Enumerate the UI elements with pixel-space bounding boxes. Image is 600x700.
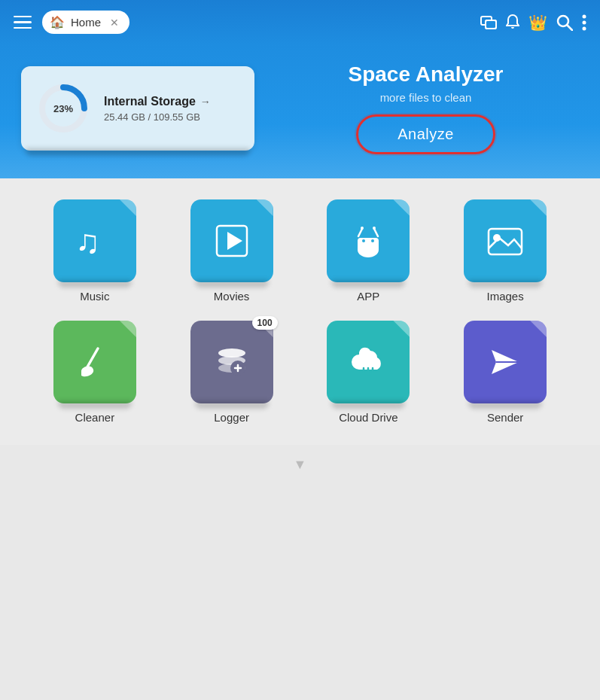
app-label-sender: Sender — [487, 411, 523, 424]
svg-rect-14 — [358, 238, 379, 251]
svg-point-19 — [361, 227, 364, 230]
app-icon-movies — [190, 199, 273, 282]
badge-logger: 100 — [252, 316, 278, 330]
app-label-images: Images — [487, 290, 524, 303]
chat-icon[interactable] — [480, 16, 497, 29]
crown-icon[interactable]: 👑 — [528, 14, 547, 32]
bottom-indicator: ▼ — [0, 445, 600, 479]
svg-text:♫: ♫ — [75, 223, 100, 260]
notification-icon[interactable] — [506, 14, 519, 31]
storage-info: Internal Storage → 25.44 GB / 109.55 GB — [104, 95, 211, 123]
banner-right: Space Analyzer more files to clean Analy… — [273, 62, 579, 154]
app-item-clouddrive[interactable]: Cloud Drive — [304, 321, 434, 424]
icon-inner-app — [349, 221, 388, 260]
app-label-app: APP — [357, 290, 379, 303]
svg-point-16 — [371, 239, 374, 242]
svg-point-6 — [583, 20, 586, 24]
app-label-logger: Logger — [214, 411, 249, 424]
app-item-app[interactable]: APP — [304, 199, 434, 303]
app-icon-sender — [464, 321, 547, 403]
close-tab-icon[interactable]: ✕ — [110, 17, 119, 29]
app-item-cleaner[interactable]: Cleaner — [30, 321, 160, 424]
icon-inner-cleaner — [75, 342, 114, 382]
icon-inner-movies — [212, 221, 251, 260]
search-icon[interactable] — [556, 14, 573, 31]
home-icon: 🏠 — [50, 15, 65, 29]
icon-inner-images — [486, 221, 525, 260]
svg-rect-1 — [486, 20, 496, 29]
svg-point-7 — [583, 26, 586, 30]
app-label-cleaner: Cleaner — [75, 411, 115, 424]
app-icon-images — [464, 199, 547, 282]
svg-point-5 — [583, 14, 586, 18]
app-item-movies[interactable]: Movies — [167, 199, 297, 303]
storage-percent: 23% — [53, 103, 73, 114]
app-item-logger[interactable]: 100 Logger — [167, 321, 297, 424]
icon-inner-sender — [486, 342, 525, 382]
more-options-icon[interactable] — [582, 14, 586, 31]
app-label-clouddrive: Cloud Drive — [339, 411, 397, 424]
scroll-down-icon: ▼ — [294, 457, 307, 473]
storage-card[interactable]: 23% Internal Storage → 25.44 GB / 109.55… — [21, 66, 254, 151]
svg-line-4 — [568, 25, 573, 30]
app-icon-app — [327, 199, 410, 282]
svg-line-17 — [358, 229, 362, 236]
app-label-movies: Movies — [214, 290, 250, 303]
grid-area: ♫ Music Movies APP Images Cleaner100 — [0, 178, 600, 445]
storage-donut: 23% — [36, 81, 90, 135]
top-bar-icons: 👑 — [480, 14, 586, 32]
app-icon-clouddrive — [327, 321, 410, 403]
storage-usage-text: 25.44 GB / 109.55 GB — [104, 111, 211, 123]
app-item-sender[interactable]: Sender — [440, 321, 570, 424]
home-tab[interactable]: 🏠 Home ✕ — [42, 11, 129, 34]
app-item-music[interactable]: ♫ Music — [30, 199, 160, 303]
icon-inner-clouddrive — [349, 342, 388, 382]
top-bar: 🏠 Home ✕ 👑 — [0, 0, 600, 44]
blue-banner: 23% Internal Storage → 25.44 GB / 109.55… — [0, 44, 600, 178]
space-analyzer-title: Space Analyzer — [349, 62, 504, 87]
banner-subtitle: more files to clean — [380, 91, 472, 104]
svg-point-15 — [362, 239, 365, 242]
svg-point-20 — [373, 227, 376, 230]
app-icon-cleaner — [53, 321, 136, 403]
storage-arrow-icon: → — [200, 96, 211, 108]
icon-inner-logger — [212, 342, 251, 382]
icon-inner-music: ♫ — [75, 221, 114, 260]
app-grid-row1: ♫ Music Movies APP Images — [30, 199, 570, 303]
app-item-images[interactable]: Images — [440, 199, 570, 303]
storage-title-text: Internal Storage — [104, 95, 196, 108]
svg-line-18 — [374, 229, 378, 236]
app-icon-music: ♫ — [53, 199, 136, 282]
app-grid-row2: Cleaner100 Logger Cloud Drive Sender — [30, 321, 570, 424]
home-tab-label: Home — [71, 16, 101, 29]
app-label-music: Music — [80, 290, 109, 303]
svg-marker-12 — [227, 232, 242, 250]
analyze-button[interactable]: Analyze — [356, 114, 495, 154]
menu-button[interactable] — [14, 16, 32, 29]
app-icon-logger: 100 — [190, 321, 273, 403]
